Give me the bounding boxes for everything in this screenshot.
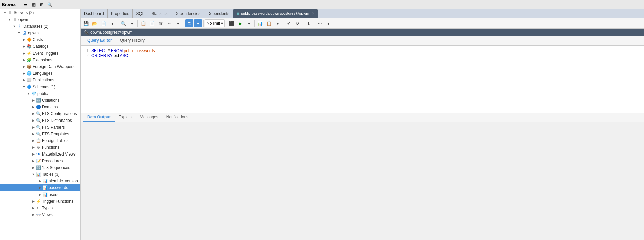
tree-item[interactable]: ▶🔍FTS Parsers <box>0 124 80 131</box>
tree-chevron[interactable]: ▶ <box>31 152 36 156</box>
tree-chevron[interactable]: ▶ <box>31 99 36 102</box>
subtab-query-editor[interactable]: Query Editor <box>83 36 116 45</box>
tree-item[interactable]: ▼🗄Databases (2) <box>0 23 80 30</box>
tree-chevron[interactable]: ▶ <box>31 126 36 129</box>
tree-chevron[interactable]: ▼ <box>17 31 22 35</box>
filter-btn[interactable]: ⚗ <box>185 19 193 27</box>
tree-item[interactable]: ▶📰Publications <box>0 77 80 83</box>
limit-dropdown[interactable]: No limit ▾ <box>205 19 225 27</box>
tree-item[interactable]: ▶🏷Types <box>0 205 80 211</box>
tree-chevron[interactable]: ▼ <box>7 18 12 21</box>
tab-statistics[interactable]: Statistics <box>148 9 171 18</box>
tree-chevron[interactable]: ▶ <box>31 139 36 142</box>
tree-item[interactable]: ▶🔢1..3 Sequences <box>0 164 80 171</box>
tree-chevron[interactable]: ▶ <box>38 179 42 183</box>
tree-chevron[interactable]: ▶ <box>22 65 26 68</box>
edit-dropdown-btn[interactable]: ▾ <box>174 19 182 27</box>
tree-item[interactable]: ▶📊alembic_version <box>0 178 80 184</box>
save-file-btn[interactable]: 📄 <box>99 19 108 27</box>
tree-item[interactable]: ▶🔵Domains <box>0 104 80 110</box>
details-view-icon[interactable]: ⊞ <box>38 1 45 8</box>
tree-item[interactable]: ▶📚Catalogs <box>0 43 80 50</box>
tree-item[interactable]: ▼🗄opwm <box>0 30 80 36</box>
tree-chevron[interactable]: ▶ <box>31 112 36 115</box>
tree-chevron[interactable]: ▶ <box>31 166 36 169</box>
tab-properties[interactable]: Properties <box>108 9 133 18</box>
search-icon[interactable]: 🔍 <box>46 1 53 8</box>
tree-chevron[interactable]: ▶ <box>31 146 36 149</box>
save-btn[interactable]: 💾 <box>82 19 90 27</box>
tree-item[interactable]: ▼🖥opwm <box>0 16 80 23</box>
tree-item[interactable]: ▶⚡Event Triggers <box>0 50 80 57</box>
tree-chevron[interactable]: ▼ <box>22 85 26 89</box>
tree-item[interactable]: ▶🔍FTS Templates <box>0 131 80 137</box>
results-tab-notifications[interactable]: Notifications <box>162 113 192 122</box>
find-dropdown-btn[interactable]: ▾ <box>128 19 136 27</box>
tree-item[interactable]: ▼🖥Servers (2) <box>0 9 80 16</box>
explain-btn[interactable]: 📊 <box>256 19 264 27</box>
tree-chevron[interactable]: ▶ <box>38 193 42 196</box>
find-btn[interactable]: 🔍 <box>119 19 127 27</box>
tree-chevron[interactable]: ▼ <box>12 25 17 28</box>
delete-btn[interactable]: 🗑 <box>157 19 165 27</box>
results-tab-messages[interactable]: Messages <box>136 113 162 122</box>
results-tab-data-output[interactable]: Data Output <box>83 113 115 122</box>
tree-chevron[interactable]: ▶ <box>31 200 36 203</box>
filter-dropdown-btn[interactable]: ▾ <box>194 19 202 27</box>
tree-item[interactable]: ▶🔍FTS Dictionaries <box>0 117 80 124</box>
run-dropdown-btn[interactable]: ▾ <box>245 19 253 27</box>
stop-btn[interactable]: ⬛ <box>228 19 236 27</box>
grid-view-icon[interactable]: ▦ <box>30 1 37 8</box>
tree-item[interactable]: ▶⚡Trigger Functions <box>0 198 80 205</box>
run-btn[interactable]: ▶ <box>236 19 244 27</box>
tree-chevron[interactable]: ▶ <box>22 52 26 55</box>
tree-chevron[interactable]: ▼ <box>31 173 36 176</box>
tree-item[interactable]: ▶🔤Collations <box>0 97 80 104</box>
more-dropdown-btn[interactable]: ▾ <box>324 19 332 27</box>
tree-item[interactable]: ▶🌐Languages <box>0 70 80 77</box>
tree-item[interactable]: ▶📦Foreign Data Wrappers <box>0 63 80 70</box>
sql-text[interactable]: ORDER BY pid ASC <box>91 53 128 58</box>
save-dropdown-btn[interactable]: ▾ <box>108 19 116 27</box>
tree-item[interactable]: ▶🔍FTS Configurations <box>0 110 80 117</box>
tab-dashboard[interactable]: Dashboard <box>81 9 108 18</box>
sql-text[interactable]: SELECT * FROM public.passwords <box>91 48 155 53</box>
tree-chevron[interactable]: ▶ <box>31 159 36 163</box>
tree-chevron[interactable]: ▶ <box>22 45 26 48</box>
open-btn[interactable]: 📂 <box>91 19 99 27</box>
tree-item[interactable]: ▶⚙Functions <box>0 144 80 151</box>
tree-chevron[interactable]: ▶ <box>31 105 36 109</box>
tree-chevron[interactable]: ▶ <box>22 78 26 82</box>
tab-close-icon[interactable]: ✕ <box>312 12 314 15</box>
tree-chevron[interactable]: ▼ <box>3 11 7 14</box>
tree-item[interactable]: ▼💎public <box>0 90 80 97</box>
tree-chevron[interactable]: ▶ <box>22 38 26 41</box>
tab-table-query[interactable]: ⊞ public.passwords/opwm/postgres@opwm ✕ <box>233 9 318 18</box>
tree-chevron[interactable]: ▼ <box>26 92 31 95</box>
results-tab-explain[interactable]: Explain <box>115 113 136 122</box>
paste-btn[interactable]: 📄 <box>148 19 156 27</box>
tree-chevron[interactable]: ▶ <box>31 213 36 216</box>
explain-dropdown-btn[interactable]: ▾ <box>274 19 282 27</box>
tree-item[interactable]: ▶🔶Casts <box>0 36 80 43</box>
tree-chevron[interactable]: ▶ <box>22 72 26 75</box>
tree-item[interactable]: ▶👓Views <box>0 211 80 218</box>
sql-editor[interactable]: 1SELECT * FROM public.passwords2ORDER BY… <box>81 46 644 113</box>
tree-item[interactable]: ▶🧩Extensions <box>0 57 80 63</box>
tree-item[interactable]: ▶📊passwords <box>0 184 80 191</box>
tree-chevron[interactable]: ▶ <box>22 58 26 62</box>
tree-chevron[interactable]: ▶ <box>38 186 42 190</box>
tab-sql[interactable]: SQL <box>133 9 148 18</box>
tree-item[interactable]: ▼📊Tables (3) <box>0 171 80 178</box>
tree-chevron[interactable]: ▶ <box>31 119 36 122</box>
tab-dependencies[interactable]: Dependencies <box>171 9 204 18</box>
tree-item[interactable]: ▶👁Materialized Views <box>0 151 80 158</box>
download-btn[interactable]: ⬇ <box>305 19 313 27</box>
tree-item[interactable]: ▼🔷Schemas (1) <box>0 83 80 90</box>
more-btn[interactable]: ⋯ <box>316 19 324 27</box>
rollback-btn[interactable]: ↺ <box>293 19 301 27</box>
tree-item[interactable]: ▶📋Foreign Tables <box>0 137 80 144</box>
tree-item[interactable]: ▶📝Procedures <box>0 158 80 164</box>
tree-chevron[interactable]: ▶ <box>31 206 36 210</box>
copy-btn[interactable]: 📋 <box>139 19 147 27</box>
